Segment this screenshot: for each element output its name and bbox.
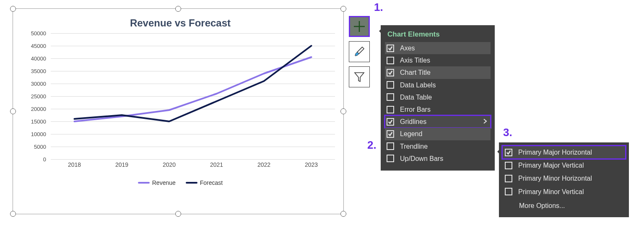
checkbox[interactable] — [505, 149, 512, 156]
x-tick: 2020 — [145, 161, 193, 176]
menu-item-axis-titles[interactable]: Axis Titles — [385, 54, 491, 66]
checkbox[interactable] — [387, 155, 394, 162]
x-tick: 2018 — [51, 161, 98, 176]
plot-area[interactable]: 0500010000150002000025000300003500040000… — [26, 33, 335, 176]
legend-swatch — [138, 182, 150, 184]
more-options-label: More Options... — [519, 202, 565, 210]
checkbox[interactable] — [387, 45, 394, 52]
checkbox[interactable] — [387, 93, 394, 101]
resize-handle[interactable] — [10, 211, 16, 217]
checkbox[interactable] — [387, 81, 394, 89]
chart-filters-button[interactable] — [349, 66, 370, 87]
series-line-forecast[interactable] — [75, 46, 312, 121]
checkbox[interactable] — [505, 162, 512, 169]
menu-item-data-table[interactable]: Data Table — [385, 91, 491, 103]
chevron-right-icon — [483, 118, 487, 126]
y-axis[interactable]: 0500010000150002000025000300003500040000… — [26, 33, 49, 159]
legend-label: Revenue — [152, 179, 176, 186]
chart-side-buttons — [349, 16, 370, 87]
chart-title[interactable]: Revenue vs Forecast — [26, 17, 335, 29]
menu-item-label: Axis Titles — [400, 56, 430, 64]
x-axis[interactable]: 201820192020202120222023 — [51, 161, 335, 176]
menu-item-label: Legend — [400, 130, 422, 138]
y-tick: 45000 — [31, 43, 46, 49]
y-tick: 30000 — [31, 81, 46, 87]
funnel-icon — [353, 71, 366, 83]
resize-handle[interactable] — [10, 108, 16, 114]
x-tick: 2019 — [98, 161, 145, 176]
checkbox[interactable] — [505, 175, 512, 182]
checkbox[interactable] — [387, 69, 394, 76]
submenu-item-primary-minor-vertical[interactable]: Primary Minor Vertical — [502, 185, 626, 198]
legend-label: Forecast — [200, 179, 223, 186]
submenu-item-label: Primary Minor Horizontal — [518, 174, 592, 182]
legend-item-forecast[interactable]: Forecast — [186, 179, 223, 186]
annotation-3: 3. — [503, 126, 512, 139]
chart-elements-popup: Chart Elements AxesAxis TitlesChart Titl… — [381, 25, 495, 171]
legend[interactable]: RevenueForecast — [26, 179, 335, 186]
chart-elements-button[interactable] — [349, 16, 370, 37]
checkbox[interactable] — [387, 142, 394, 150]
checkbox[interactable] — [387, 57, 394, 64]
menu-item-label: Trendline — [400, 142, 428, 150]
popup-title: Chart Elements — [387, 30, 491, 39]
y-tick: 0 — [43, 156, 46, 163]
menu-item-label: Error Bars — [400, 105, 431, 113]
plus-icon — [353, 20, 366, 33]
gridline — [51, 159, 335, 160]
resize-handle[interactable] — [175, 211, 181, 217]
legend-item-revenue[interactable]: Revenue — [138, 179, 176, 186]
resize-handle[interactable] — [340, 6, 346, 12]
submenu-item-primary-major-horizontal[interactable]: Primary Major Horizontal — [502, 146, 626, 159]
submenu-item-primary-minor-horizontal[interactable]: Primary Minor Horizontal — [502, 172, 626, 185]
checkbox[interactable] — [387, 118, 394, 126]
menu-item-data-labels[interactable]: Data Labels — [385, 79, 491, 91]
annotation-1: 1. — [374, 1, 383, 14]
y-tick: 35000 — [31, 68, 46, 74]
submenu-item-label: Primary Major Vertical — [518, 161, 584, 169]
menu-item-error-bars[interactable]: Error Bars — [385, 103, 491, 116]
submenu-item-primary-major-vertical[interactable]: Primary Major Vertical — [502, 159, 626, 172]
menu-item-label: Up/Down Bars — [400, 155, 443, 163]
brush-icon — [353, 45, 366, 58]
menu-item-label: Gridlines — [400, 118, 426, 126]
menu-item-up-down-bars[interactable]: Up/Down Bars — [385, 152, 491, 165]
menu-item-gridlines[interactable]: Gridlines — [385, 116, 491, 128]
chart-object[interactable]: Revenue vs Forecast 05000100001500020000… — [13, 8, 344, 214]
checkbox[interactable] — [387, 130, 394, 138]
menu-item-label: Chart Title — [400, 68, 431, 76]
submenu-item-label: Primary Minor Vertical — [518, 188, 584, 196]
y-tick: 20000 — [31, 106, 46, 112]
gridlines-submenu: Primary Major HorizontalPrimary Major Ve… — [499, 142, 629, 217]
y-tick: 15000 — [31, 118, 46, 125]
checkbox[interactable] — [505, 188, 512, 195]
x-tick: 2023 — [288, 161, 335, 176]
menu-item-legend[interactable]: Legend — [385, 128, 491, 140]
x-tick: 2022 — [240, 161, 288, 176]
chart-series[interactable] — [51, 33, 335, 159]
menu-item-label: Axes — [400, 44, 415, 52]
menu-item-trendline[interactable]: Trendline — [385, 140, 491, 152]
menu-item-axes[interactable]: Axes — [385, 42, 491, 54]
x-tick: 2021 — [193, 161, 240, 176]
menu-item-chart-title[interactable]: Chart Title — [385, 66, 491, 79]
chart-styles-button[interactable] — [349, 41, 370, 62]
y-tick: 5000 — [34, 144, 46, 150]
y-tick: 10000 — [31, 131, 46, 137]
menu-item-label: Data Labels — [400, 81, 436, 89]
submenu-item-label: Primary Major Horizontal — [518, 148, 592, 156]
legend-swatch — [186, 182, 197, 184]
annotation-2: 2. — [367, 139, 377, 152]
y-tick: 25000 — [31, 93, 46, 100]
resize-handle[interactable] — [175, 6, 181, 12]
resize-handle[interactable] — [340, 211, 346, 217]
more-options-item[interactable]: More Options... — [502, 198, 626, 212]
y-tick: 40000 — [31, 55, 46, 62]
y-tick: 50000 — [31, 30, 46, 37]
resize-handle[interactable] — [340, 108, 346, 114]
menu-item-label: Data Table — [400, 93, 432, 101]
checkbox[interactable] — [387, 106, 394, 113]
resize-handle[interactable] — [10, 6, 16, 12]
